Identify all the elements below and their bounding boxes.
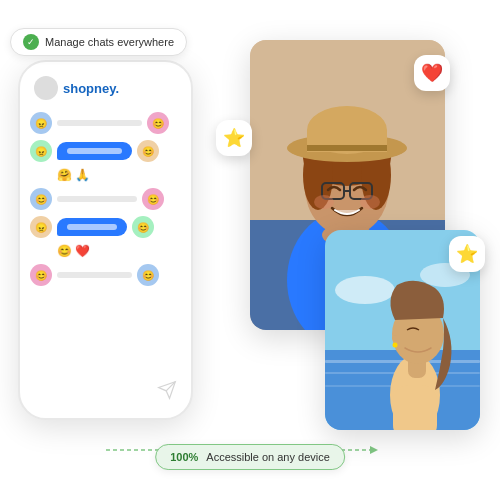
avatar: 😊	[137, 264, 159, 286]
logo-avatar	[34, 76, 58, 100]
star-badge-2: ⭐	[449, 236, 485, 272]
svg-rect-29	[393, 385, 437, 430]
heart-badge: ❤️	[414, 55, 450, 91]
chat-bubble	[57, 142, 132, 160]
chat-row: 😊 😊	[30, 188, 181, 210]
chat-row: 😠 😊	[30, 216, 181, 238]
star-icon-1: ⭐	[223, 127, 245, 149]
gray-line	[57, 272, 132, 278]
bottom-badge-percent: 100%	[170, 451, 198, 463]
emoji-row: 🤗 🙏	[57, 168, 181, 182]
avatar: 😊	[30, 188, 52, 210]
bottom-badge-label: Accessible on any device	[206, 451, 330, 463]
svg-point-33	[393, 343, 398, 348]
avatar: 😠	[30, 140, 52, 162]
avatar: 😠	[30, 216, 52, 238]
main-container: ✓ Manage chats everywhere shopney. 😠 😊 😠	[0, 0, 500, 500]
send-icon	[157, 380, 177, 404]
chat-row: 😠 😊	[30, 112, 181, 134]
gray-line	[57, 196, 137, 202]
star-badge-1: ⭐	[216, 120, 252, 156]
avatar: 😊	[137, 140, 159, 162]
star-icon-2: ⭐	[456, 243, 478, 265]
top-badge-label: Manage chats everywhere	[45, 36, 174, 48]
svg-point-23	[335, 276, 395, 304]
avatar: 😠	[30, 112, 52, 134]
svg-marker-36	[370, 446, 378, 454]
gray-line	[57, 120, 142, 126]
avatar: 😊	[142, 188, 164, 210]
emoji-row: 😊 ❤️	[57, 244, 181, 258]
chat-bubble	[57, 218, 127, 236]
avatar: 😊	[132, 216, 154, 238]
heart-icon: ❤️	[421, 62, 443, 84]
svg-point-32	[392, 335, 398, 341]
top-badge: ✓ Manage chats everywhere	[10, 28, 187, 56]
svg-point-18	[314, 195, 334, 209]
svg-rect-14	[307, 145, 387, 151]
check-icon: ✓	[23, 34, 39, 50]
svg-point-19	[360, 195, 380, 209]
bubble-line	[67, 148, 122, 154]
bubble-line	[67, 224, 117, 230]
phone-logo: shopney.	[30, 76, 181, 100]
logo-text: shopney.	[63, 81, 119, 96]
phone-mockup: shopney. 😠 😊 😠 😊 🤗 🙏 😊	[18, 60, 193, 420]
chat-row: 😠 😊	[30, 140, 181, 162]
avatar: 😊	[147, 112, 169, 134]
chat-row: 😊 😊	[30, 264, 181, 286]
avatar: 😊	[30, 264, 52, 286]
bottom-badge: 100% Accessible on any device	[155, 444, 345, 470]
